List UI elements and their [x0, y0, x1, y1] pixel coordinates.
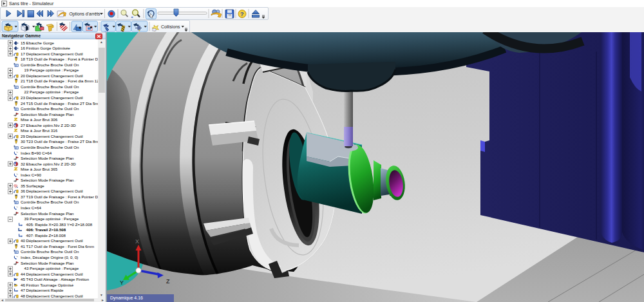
svg-text:Collisions: Collisions: [161, 24, 180, 29]
svg-text:X: X: [135, 238, 139, 245]
svg-text:«: «: [131, 15, 134, 19]
svg-text:?: ?: [240, 11, 244, 17]
svg-text:Options d’arrêts: Options d’arrêts: [70, 12, 101, 17]
svg-text:Y: Y: [120, 279, 124, 286]
svg-text:Z: Z: [166, 278, 170, 285]
